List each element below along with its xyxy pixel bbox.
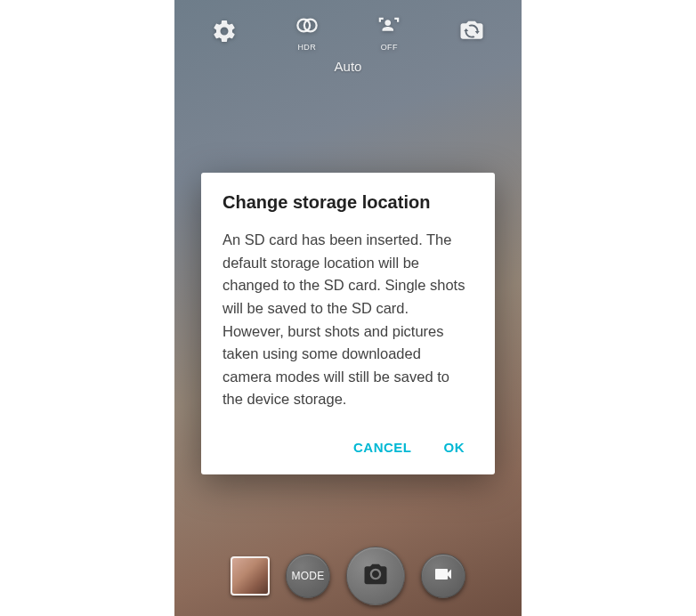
dialog-overlay: Change storage location An SD card has b… xyxy=(174,0,522,616)
camera-app-screen: HDR OFF Auto MODE xyxy=(174,0,522,616)
change-storage-dialog: Change storage location An SD card has b… xyxy=(201,173,495,474)
dialog-body: An SD card has been inserted. The defaul… xyxy=(223,229,473,411)
cancel-button[interactable]: CANCEL xyxy=(350,433,416,462)
ok-button[interactable]: OK xyxy=(441,433,469,462)
dialog-button-row: CANCEL OK xyxy=(223,433,473,462)
dialog-title: Change storage location xyxy=(223,192,473,213)
